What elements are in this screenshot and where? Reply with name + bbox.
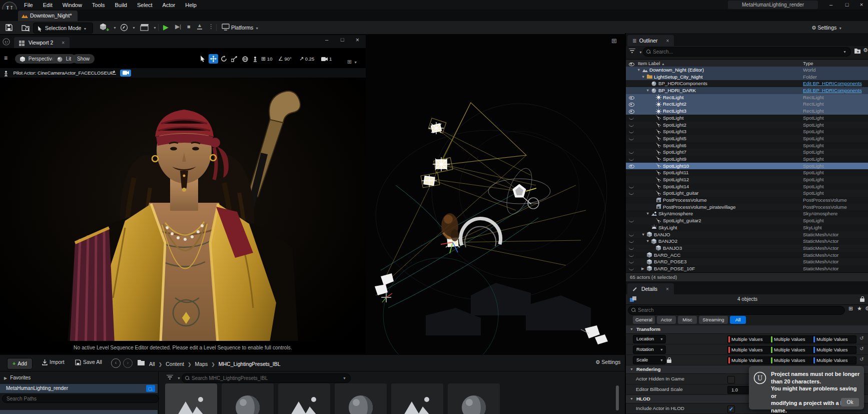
visibility-eye-icon[interactable]	[629, 96, 634, 100]
scale-tool-icon[interactable]	[229, 54, 239, 64]
outliner-search-input[interactable]: Search... ▼	[643, 47, 851, 57]
surface-snap-icon[interactable]	[250, 54, 260, 64]
add-button[interactable]: +Add	[7, 358, 33, 369]
menu-item-tools[interactable]: Tools	[87, 1, 110, 10]
scale-value-y[interactable]: Multiple Values	[770, 356, 814, 364]
location-value-z[interactable]: Multiple Values	[812, 335, 856, 343]
outliner-row[interactable]: SpotLight7SpotLight	[626, 149, 868, 156]
stop-button[interactable]: ■	[187, 24, 191, 30]
details-tab[interactable]: Details ×	[627, 283, 674, 294]
add-actor-chevron[interactable]: ▼	[113, 26, 117, 30]
visibility-hidden-icon[interactable]	[629, 219, 634, 222]
camera-speed-toggle[interactable]: 1	[321, 54, 332, 64]
location-select[interactable]: Location▼	[633, 335, 666, 343]
details-display-filter-icon[interactable]: ⊞	[848, 305, 853, 312]
outliner-row[interactable]: ▼LightSetup_City_NightFolder	[626, 74, 868, 81]
visibility-hidden-icon[interactable]	[629, 233, 634, 236]
lock-icon[interactable]	[860, 298, 864, 302]
breadcrumb-item-content[interactable]: Content	[166, 361, 184, 367]
scale-select[interactable]: Scale▼	[633, 356, 666, 364]
location-value-y[interactable]: Multiple Values	[770, 335, 814, 343]
outliner-row[interactable]: RectLight2RectLight	[626, 101, 868, 108]
menu-item-file[interactable]: File	[19, 1, 38, 10]
outliner-filter-chevron[interactable]: ▼	[639, 51, 642, 54]
save-all-button[interactable]: Save All	[75, 359, 102, 365]
save-icon[interactable]	[5, 24, 13, 32]
paths-tree-item-content[interactable]: Content	[0, 410, 158, 414]
outliner-row[interactable]: SpotLight14SpotLight	[626, 183, 868, 190]
asset-scrollbar[interactable]	[616, 385, 619, 410]
viewport-layout-dropdown[interactable]: ⊞▼	[347, 57, 357, 67]
world-space-icon[interactable]	[240, 54, 250, 64]
folder-icon[interactable]	[137, 359, 145, 366]
viewport-menu-icon[interactable]: ≡	[4, 55, 8, 62]
details-tab-close-icon[interactable]: ×	[666, 286, 669, 292]
scale-value-x[interactable]: Multiple Values	[727, 356, 771, 364]
outliner-row[interactable]: ▣PostProcessVolume_piratevillagePostProc…	[626, 204, 868, 211]
outliner-row[interactable]: ▼BANJO2StaticMeshActor	[626, 238, 868, 245]
forward-icon[interactable]: ›	[123, 358, 133, 368]
close-button[interactable]: ×	[855, 0, 868, 9]
favorites-expander[interactable]: ▶	[0, 376, 10, 380]
visibility-hidden-icon[interactable]	[629, 239, 634, 243]
outliner-row[interactable]: SpotLightSpotLight	[626, 115, 868, 122]
favorites-section[interactable]: ▶Favorites	[0, 373, 158, 382]
settings-dropdown[interactable]: ⚙ Settings▼	[811, 23, 842, 33]
unchecked-checkbox[interactable]	[727, 376, 735, 383]
rotation-value-x[interactable]: Multiple Values	[727, 346, 771, 354]
asset-tile-map[interactable]	[278, 383, 330, 414]
visibility-hidden-icon[interactable]	[629, 123, 634, 127]
rotation-select[interactable]: Rotation▼	[633, 345, 666, 354]
outliner-row[interactable]: RectLight3RectLight	[626, 108, 868, 115]
outliner-row[interactable]: ▶BARD_POSE_10FStaticMeshActor	[626, 265, 868, 272]
menu-item-select[interactable]: Select	[132, 1, 158, 10]
outliner-row[interactable]: SpotLight10SpotLight	[626, 163, 868, 170]
viewport2-tab[interactable]: Viewport 2 ×	[14, 37, 70, 48]
visibility-hidden-icon[interactable]	[629, 137, 634, 140]
blueprints-chevron[interactable]: ▼	[132, 26, 136, 30]
asset-tile-map[interactable]	[165, 383, 217, 414]
visibility-hidden-icon[interactable]	[629, 267, 634, 270]
reset-to-default-icon[interactable]: ↺	[859, 335, 863, 341]
character-render[interactable]: SHADOW	[0, 78, 366, 376]
outliner-row[interactable]: SpotLight3SpotLight	[626, 128, 868, 135]
stop-piloting-icon[interactable]: ▲	[112, 69, 116, 75]
platforms-dropdown[interactable]: Platforms▼	[231, 23, 259, 33]
reset-to-default-icon[interactable]: ↺	[859, 356, 863, 362]
rotate-tool-icon[interactable]	[219, 54, 229, 64]
visibility-hidden-icon[interactable]	[629, 150, 634, 154]
show-dropdown[interactable]: Show	[72, 54, 95, 64]
checked-checkbox[interactable]: ✓	[727, 405, 735, 413]
outliner-row[interactable]: ▣PostProcessVolumePostProcessVolume	[626, 197, 868, 204]
step-button[interactable]: ▶|	[175, 23, 181, 30]
outliner-item-type[interactable]: Edit BP_HDRIComponents	[803, 80, 862, 87]
outliner-add-folder-icon[interactable]: +	[854, 48, 861, 54]
outliner-row[interactable]: BARD_ACCStaticMeshActor	[626, 252, 868, 259]
outliner-tab-close-icon[interactable]: ×	[666, 38, 669, 44]
outliner-row[interactable]: SpotLight5SpotLight	[626, 135, 868, 142]
move-tool-icon[interactable]	[209, 54, 218, 64]
project-root-row[interactable]: MetaHumanLighting_render	[0, 384, 158, 393]
outliner-row[interactable]: ▼BP_HDRI_DARKEdit BP_HDRIComponents	[626, 87, 868, 94]
details-filter-tab-misc[interactable]: Misc	[678, 316, 697, 324]
scale-snap-toggle[interactable]: ↗ 0.25	[299, 54, 314, 64]
outliner-row[interactable]: SpotLight_guitarSpotLight	[626, 190, 868, 197]
visibility-hidden-icon[interactable]	[629, 185, 634, 188]
expander-icon[interactable]: ▼	[646, 210, 649, 217]
select-tool-icon[interactable]	[198, 54, 208, 64]
outliner-row[interactable]: SkyLightSkyLight	[626, 224, 868, 231]
selection-mode-dropdown[interactable]: Selection Mode▼	[33, 23, 93, 34]
outliner-item-type[interactable]: Edit BP_HDRIComponents	[803, 87, 862, 94]
breadcrumb-item-mhc_lightingpresets_ibl[interactable]: MHC_LightingPresets_IBL	[219, 361, 281, 367]
expander-icon[interactable]: ▼	[641, 231, 645, 238]
cb-settings-dropdown[interactable]: ⚙ Settings	[595, 359, 620, 365]
maximize-button[interactable]: □	[840, 0, 853, 9]
visibility-hidden-icon[interactable]	[629, 157, 634, 161]
source-control-icon[interactable]	[21, 24, 30, 32]
menu-item-window[interactable]: Window	[58, 1, 87, 10]
visibility-hidden-icon[interactable]	[629, 253, 634, 257]
play-options-icon[interactable]: ⋮	[208, 23, 214, 30]
play-button[interactable]: ▶	[163, 23, 169, 31]
outliner-tab[interactable]: ≣Outliner ×	[627, 35, 674, 46]
toast-ok-button[interactable]: Ok	[841, 398, 859, 406]
